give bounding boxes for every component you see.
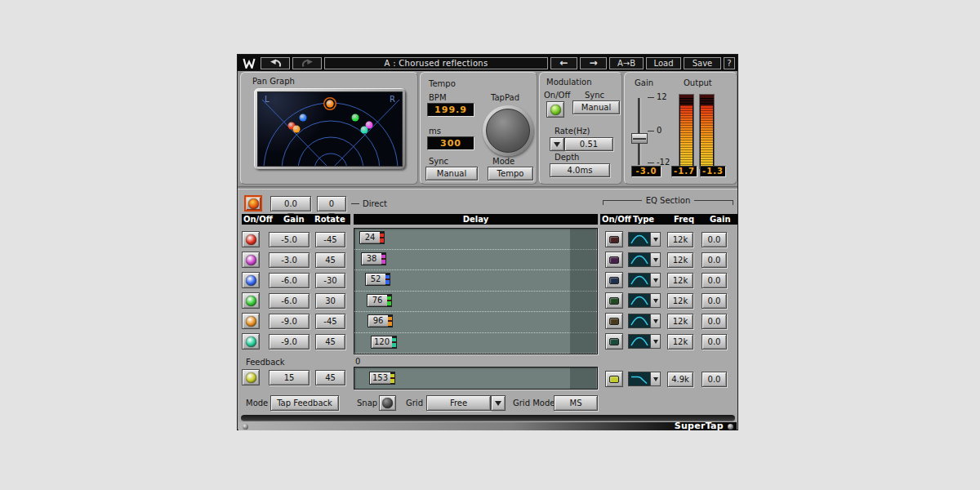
next-preset-button[interactable]: → [580, 57, 607, 69]
tap-eq-gain-button[interactable]: 0.0 [702, 334, 727, 350]
snap-toggle-button[interactable] [379, 395, 396, 411]
tap-eq-freq-button[interactable]: 12k [667, 252, 693, 268]
tap-eq-freq-button[interactable]: 12k [667, 334, 693, 350]
rate-dropdown-button[interactable] [550, 137, 564, 151]
tap-onoff-button[interactable] [242, 333, 260, 350]
feedback-delay-handle[interactable]: 153 [369, 372, 395, 385]
mode-button[interactable]: Tap Feedback [270, 395, 339, 411]
tap-eq-type-control[interactable] [628, 314, 661, 328]
tap-eq-type-control[interactable] [628, 334, 661, 349]
feedback-eq-onoff-button[interactable] [605, 371, 623, 387]
feedback-rotate-button[interactable]: 45 [315, 370, 345, 385]
a-to-b-button[interactable]: A→B [609, 57, 644, 69]
chevron-down-icon[interactable] [650, 273, 661, 287]
tap-eq-onoff-button[interactable] [605, 292, 623, 309]
tap-delay-handle[interactable]: 120 [371, 336, 397, 349]
tap-eq-freq-button[interactable]: 12k [667, 273, 693, 288]
help-button[interactable]: ? [724, 57, 735, 69]
tap-eq-freq-button[interactable]: 12k [667, 232, 693, 247]
output-right-display[interactable]: -1.3 [700, 166, 726, 177]
chevron-down-icon[interactable] [650, 372, 661, 386]
tap-eq-freq-button[interactable]: 12k [667, 293, 693, 309]
tap-eq-type-control[interactable] [628, 273, 661, 287]
tap-eq-gain-button[interactable]: 0.0 [702, 232, 727, 247]
tap-eq-type-control[interactable] [628, 252, 661, 267]
tap-eq-gain-button[interactable]: 0.0 [702, 252, 727, 268]
tap-rotate-button[interactable]: 45 [315, 334, 345, 350]
tap-delay-handle[interactable]: 24 [359, 231, 385, 244]
delay-lane[interactable]: 24 [354, 229, 597, 250]
grid-dropdown-button[interactable] [491, 395, 506, 411]
depth-value-button[interactable]: 4.0ms [550, 163, 610, 177]
delay-lane[interactable]: 38 [354, 250, 597, 271]
tap-eq-onoff-button[interactable] [605, 231, 623, 247]
tap-gain-button[interactable]: -6.0 [269, 273, 310, 288]
load-button[interactable]: Load [646, 57, 681, 69]
direct-rotate-button[interactable]: 0 [317, 196, 346, 212]
gridmode-button[interactable]: MS [554, 395, 598, 411]
tap-gain-button[interactable]: -5.0 [269, 232, 310, 247]
tap-eq-gain-button[interactable]: 0.0 [702, 273, 727, 288]
tappad-knob[interactable] [483, 105, 533, 156]
feedback-eq-gain-button[interactable]: 0.0 [702, 372, 727, 387]
tap-eq-gain-button[interactable]: 0.0 [702, 314, 727, 329]
tap-rotate-button[interactable]: 30 [315, 293, 345, 309]
ms-display[interactable]: 300 [427, 136, 474, 150]
tap-gain-button[interactable]: -3.0 [269, 252, 310, 268]
tap-onoff-button[interactable] [242, 292, 260, 309]
tap-onoff-button[interactable] [242, 231, 260, 247]
tap-onoff-button[interactable] [242, 252, 260, 268]
rate-value-field[interactable]: 0.51 [564, 137, 613, 151]
pan-tap-dot[interactable] [352, 114, 359, 122]
tap-eq-type-control[interactable] [628, 293, 661, 308]
pan-tap-dot[interactable] [292, 126, 300, 133]
tap-rotate-button[interactable]: 45 [315, 252, 345, 268]
direct-gain-button[interactable]: 0.0 [270, 196, 311, 212]
tap-gain-button[interactable]: -6.0 [269, 293, 310, 309]
bpm-display[interactable]: 199.9 [427, 103, 474, 117]
tap-eq-gain-button[interactable]: 0.0 [702, 293, 727, 309]
chevron-down-icon[interactable] [650, 334, 661, 349]
feedback-gain-button[interactable]: 15 [269, 370, 310, 385]
mod-onoff-button[interactable] [546, 101, 564, 118]
tap-rotate-button[interactable]: -45 [315, 232, 345, 247]
grid-select-field[interactable]: Free [426, 395, 491, 411]
tap-delay-handle[interactable]: 52 [365, 273, 390, 286]
tap-eq-freq-button[interactable]: 12k [667, 314, 693, 329]
tempo-sync-button[interactable]: Manual [425, 167, 478, 180]
chevron-down-icon[interactable] [650, 232, 661, 247]
chevron-down-icon[interactable] [650, 252, 661, 267]
chevron-down-icon[interactable] [650, 293, 661, 308]
pan-tap-dot[interactable] [361, 127, 368, 134]
feedback-delay-bar[interactable]: 153 [354, 367, 598, 390]
pan-tap-dot[interactable] [299, 114, 306, 122]
tap-eq-type-control[interactable] [628, 232, 661, 247]
tempo-mode-button[interactable]: Tempo [488, 167, 533, 180]
tap-delay-handle[interactable]: 38 [361, 252, 386, 265]
mod-sync-button[interactable]: Manual [572, 100, 620, 114]
tap-eq-onoff-button[interactable] [605, 333, 623, 350]
direct-onoff-button[interactable] [244, 195, 262, 212]
feedback-eq-type-control[interactable] [628, 372, 661, 386]
preset-name-field[interactable]: A : Chorused reflections [324, 57, 548, 69]
tap-gain-button[interactable]: -9.0 [269, 334, 310, 350]
gain-slider-thumb[interactable] [631, 133, 648, 144]
feedback-eq-freq-button[interactable]: 4.9k [667, 372, 693, 387]
delay-lane[interactable]: 52 [354, 270, 597, 292]
prev-preset-button[interactable]: ← [550, 57, 577, 69]
delay-lane[interactable]: 96 [354, 312, 597, 333]
tap-rotate-button[interactable]: -30 [315, 273, 345, 288]
feedback-onoff-button[interactable] [242, 369, 260, 385]
tap-onoff-button[interactable] [242, 272, 260, 288]
pan-graph-display[interactable]: L R [257, 91, 403, 167]
delay-lane[interactable]: 120 [354, 333, 597, 354]
undo-button[interactable] [261, 57, 290, 69]
tap-rotate-button[interactable]: -45 [315, 314, 345, 329]
gain-slider-track[interactable] [638, 98, 641, 165]
delay-lane[interactable]: 76 [354, 292, 597, 313]
save-button[interactable]: Save [684, 57, 721, 69]
pan-tap-dot[interactable] [327, 100, 334, 108]
tap-eq-onoff-button[interactable] [605, 313, 623, 329]
tap-eq-onoff-button[interactable] [605, 252, 623, 268]
tap-gain-button[interactable]: -9.0 [269, 314, 310, 329]
